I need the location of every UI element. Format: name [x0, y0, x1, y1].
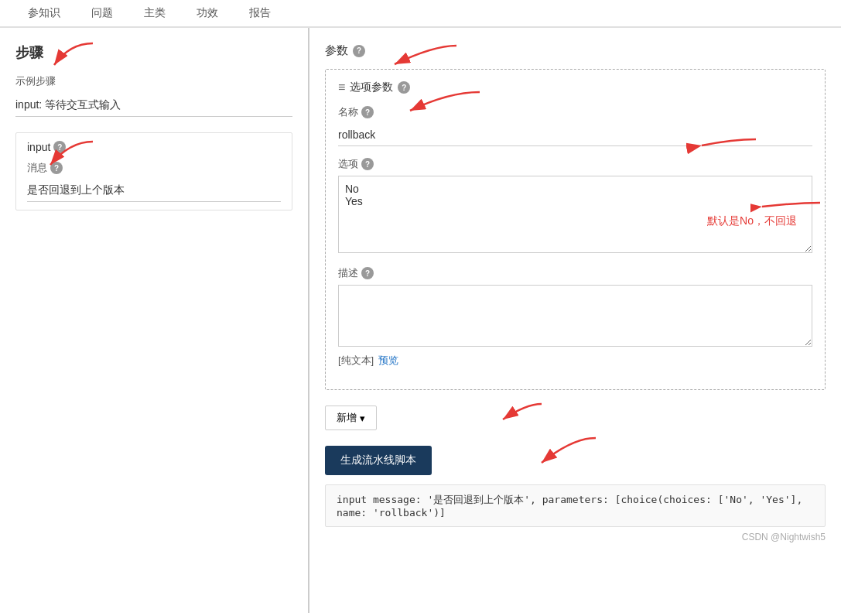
msg-label-text: 消息 [27, 161, 47, 175]
input-title: input [27, 141, 50, 153]
description-help-icon[interactable]: ? [361, 267, 374, 279]
plain-text-row: [纯文本] 预览 [338, 354, 812, 368]
name-help-icon[interactable]: ? [361, 106, 374, 118]
options-field-row: 选项 ? No Yes [338, 157, 812, 255]
option-params-header: ≡ 选项参数 ? [338, 80, 812, 94]
input-block: input ? 消息 ? [15, 132, 292, 210]
params-help-icon[interactable]: ? [353, 45, 365, 57]
name-field-row: 名称 ? [338, 105, 812, 146]
arrow-generate [518, 430, 611, 473]
description-textarea[interactable] [338, 285, 812, 347]
description-label-text: 描述 [338, 266, 358, 280]
params-label: 参数 [325, 43, 348, 58]
options-label: 选项 ? [338, 157, 812, 171]
nav-item-3[interactable]: 功效 [181, 0, 234, 28]
top-nav: 参知识 问题 主类 功效 报告 [0, 0, 841, 28]
right-panel: 参数 ? ≡ 选项参数 ? [309, 28, 841, 613]
left-panel: 步骤 示例步骤 input ? [0, 28, 309, 613]
example-step-text: 示例步骤 [15, 74, 56, 88]
nav-item-1[interactable]: 问题 [76, 0, 128, 28]
name-input[interactable] [338, 124, 812, 146]
options-help-icon[interactable]: ? [361, 158, 374, 170]
generate-button[interactable]: 生成流水线脚本 [325, 446, 432, 475]
name-label: 名称 ? [338, 105, 812, 119]
add-button-label: 新增 [337, 411, 357, 425]
comment-text: 默认是No，不回退 [707, 214, 797, 228]
description-field-row: 描述 ? [纯文本] 预览 [338, 266, 812, 368]
section-title: 步骤 [15, 43, 292, 62]
msg-help-icon[interactable]: ? [50, 162, 63, 174]
add-button[interactable]: 新增 ▾ [325, 406, 377, 430]
description-label: 描述 ? [338, 266, 812, 280]
input-block-header: input ? [27, 141, 281, 153]
option-params-box: ≡ 选项参数 ? 名称 ? [325, 69, 826, 390]
params-header: 参数 ? [325, 43, 826, 58]
main-container: 步骤 示例步骤 input ? [0, 28, 841, 613]
example-step-label: 示例步骤 [15, 74, 292, 88]
plain-text-label: [纯文本] [338, 354, 374, 368]
option-params-title: 选项参数 [350, 80, 393, 94]
option-params-help-icon[interactable]: ? [398, 81, 410, 94]
watermark: CSDN @Nightwish5 [325, 532, 826, 542]
nav-item-0[interactable]: 参知识 [12, 0, 76, 28]
arrow-add [480, 398, 557, 429]
preview-link[interactable]: 预览 [378, 354, 398, 368]
nav-item-2[interactable]: 主类 [128, 0, 181, 28]
drag-icon: ≡ [338, 80, 345, 94]
add-dropdown-icon: ▾ [360, 412, 365, 424]
name-label-text: 名称 [338, 105, 358, 119]
msg-value-input[interactable] [27, 180, 281, 202]
step-text-input[interactable] [15, 94, 292, 117]
code-output: input message: '是否回退到上个版本', parameters: … [325, 484, 826, 527]
nav-item-4[interactable]: 报告 [234, 0, 286, 28]
generate-button-label: 生成流水线脚本 [340, 453, 416, 466]
msg-label: 消息 ? [27, 161, 281, 175]
input-help-icon[interactable]: ? [53, 141, 66, 153]
options-label-text: 选项 [338, 157, 358, 171]
